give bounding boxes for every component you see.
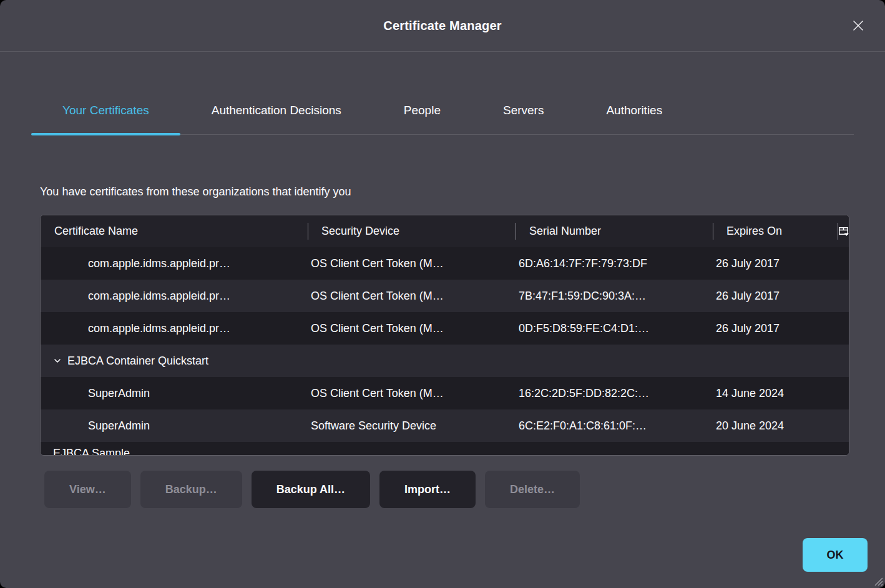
certificates-table: Certificate NameSecurity DeviceSerial Nu… — [40, 215, 849, 456]
serial-number-cell: 0D:F5:D8:59:FE:C4:D1:… — [516, 322, 713, 335]
group-row[interactable]: EJBCA Container Quickstart — [41, 345, 849, 377]
column-picker-button[interactable] — [838, 215, 849, 247]
cert-name-cell: SuperAdmin — [41, 419, 308, 433]
tab-authentication-decisions[interactable]: Authentication Decisions — [180, 88, 373, 134]
ok-button[interactable]: OK — [803, 538, 868, 572]
close-icon — [851, 19, 865, 32]
dialog-content: You have certificates from these organiz… — [0, 185, 885, 508]
expires-on-cell: 14 June 2024 — [713, 387, 838, 400]
cert-row[interactable]: com.apple.idms.appleid.pr…OS Client Cert… — [41, 247, 849, 280]
serial-number-cell: 16:2C:2D:5F:DD:82:2C:… — [516, 387, 713, 400]
cert-name-cell: com.apple.idms.appleid.pr… — [41, 290, 308, 303]
security-device-cell: OS Client Cert Token (M… — [308, 257, 516, 270]
expires-on-cell: 26 July 2017 — [713, 322, 838, 335]
chevron-down-icon[interactable] — [53, 356, 62, 365]
expires-on-cell: 26 July 2017 — [713, 257, 838, 270]
description-text: You have certificates from these organiz… — [40, 185, 849, 198]
serial-number-cell: 6D:A6:14:7F:7F:79:73:DF — [516, 257, 713, 270]
backup-button[interactable]: Backup… — [140, 471, 242, 508]
security-device-cell: Software Security Device — [308, 419, 516, 433]
column-header-security-device[interactable]: Security Device — [308, 215, 516, 247]
dialog-title: Certificate Manager — [383, 19, 501, 33]
column-header-serial-number[interactable]: Serial Number — [516, 215, 713, 247]
close-button[interactable] — [849, 16, 868, 35]
cert-row[interactable]: com.apple.idms.appleid.pr…OS Client Cert… — [41, 280, 849, 312]
security-device-cell: OS Client Cert Token (M… — [308, 322, 516, 335]
table-header: Certificate NameSecurity DeviceSerial Nu… — [41, 215, 849, 247]
column-header-label: Certificate Name — [54, 225, 138, 238]
certificate-manager-dialog: Certificate Manager Your CertificatesAut… — [0, 0, 885, 588]
column-header-label: Serial Number — [529, 225, 601, 238]
group-label: EJBCA Container Quickstart — [67, 355, 208, 368]
view-button[interactable]: View… — [44, 471, 131, 508]
column-header-expires-on[interactable]: Expires On — [713, 215, 838, 247]
column-header-label: Security Device — [321, 225, 399, 238]
cert-name-cell: com.apple.idms.appleid.pr… — [41, 322, 308, 335]
expires-on-cell: 20 June 2024 — [713, 419, 838, 433]
action-buttons: View…Backup…Backup All…Import…Delete… — [44, 471, 849, 508]
table-body: com.apple.idms.appleid.pr…OS Client Cert… — [41, 247, 849, 455]
cert-row[interactable]: SuperAdminOS Client Cert Token (M…16:2C:… — [41, 377, 849, 409]
delete-button[interactable]: Delete… — [485, 471, 580, 508]
tab-bar: Your CertificatesAuthentication Decision… — [31, 88, 854, 135]
column-header-label: Expires On — [726, 225, 782, 238]
resize-grip-icon[interactable] — [871, 574, 883, 586]
import-button[interactable]: Import… — [379, 471, 476, 508]
cert-name-cell: com.apple.idms.appleid.pr… — [41, 257, 308, 270]
serial-number-cell: 6C:E2:F0:A1:C8:61:0F:… — [516, 419, 713, 433]
cert-name-cell: SuperAdmin — [41, 387, 308, 400]
tab-authorities[interactable]: Authorities — [575, 88, 693, 134]
security-device-cell: OS Client Cert Token (M… — [308, 290, 516, 303]
group-label: EJBCA Sample — [53, 447, 130, 455]
dialog-titlebar: Certificate Manager — [0, 0, 885, 52]
serial-number-cell: 7B:47:F1:59:DC:90:3A:… — [516, 290, 713, 303]
security-device-cell: OS Client Cert Token (M… — [308, 387, 516, 400]
column-picker-icon — [838, 225, 849, 238]
column-header-certificate-name[interactable]: Certificate Name — [41, 215, 308, 247]
backup-all-button[interactable]: Backup All… — [252, 471, 370, 508]
cert-row[interactable]: com.apple.idms.appleid.pr…OS Client Cert… — [41, 312, 849, 345]
tab-your-certificates[interactable]: Your Certificates — [31, 88, 180, 134]
tab-servers[interactable]: Servers — [472, 88, 575, 134]
tab-people[interactable]: People — [373, 88, 472, 134]
group-row-partial[interactable]: EJBCA Sample — [41, 442, 849, 455]
expires-on-cell: 26 July 2017 — [713, 290, 838, 303]
cert-row[interactable]: SuperAdminSoftware Security Device6C:E2:… — [41, 409, 849, 442]
